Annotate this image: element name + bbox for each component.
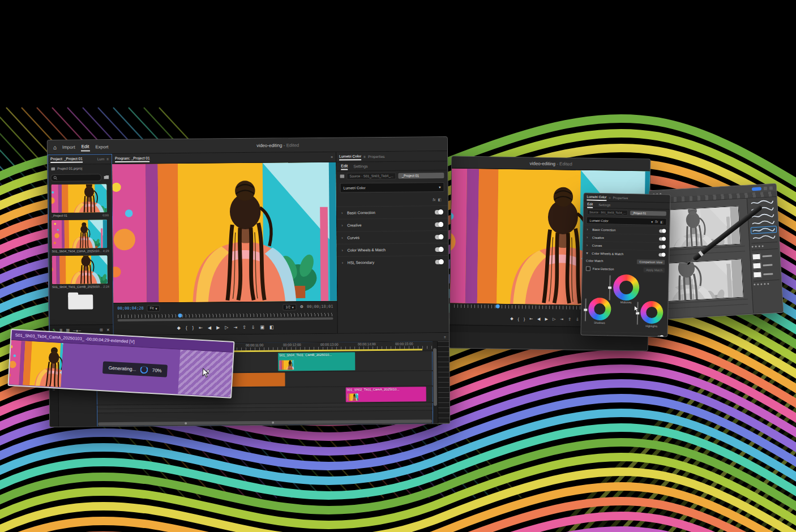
- storyboard-frame-2[interactable]: [658, 259, 744, 302]
- apply-match-button[interactable]: Apply Match: [643, 267, 665, 273]
- section-creative[interactable]: › Creative: [337, 218, 448, 231]
- go-to-out-icon[interactable]: ⇥: [233, 325, 237, 330]
- bin-item[interactable]: S01_Sh04_Tk04_CamA_2025010...4;29: [52, 220, 109, 253]
- tab-edit[interactable]: Edit: [341, 162, 348, 170]
- delete-icon[interactable]: ✕: [106, 328, 110, 332]
- tab-project[interactable]: Project: _Project 01: [50, 156, 83, 163]
- mark-in-icon[interactable]: {: [518, 317, 519, 321]
- timeline-vertical-scrollbar[interactable]: [433, 341, 438, 424]
- bin-item[interactable]: S01_Sh04_Tk01_CamB_2025010...2;24: [52, 255, 110, 289]
- export-frame-icon[interactable]: ▣: [260, 324, 264, 329]
- curves-toggle[interactable]: [435, 234, 443, 239]
- source-clip-chip[interactable]: Source · S01_Sh03_Tk04_...: [346, 173, 396, 180]
- creative-toggle[interactable]: [435, 222, 443, 226]
- fx-icon[interactable]: fx: [655, 220, 658, 224]
- project-file-name[interactable]: Project 01.prproj: [57, 167, 82, 170]
- target-sequence-chip[interactable]: _Project 01: [630, 211, 666, 216]
- section-color-wheels[interactable]: › Color Wheels & Match: [337, 243, 448, 256]
- layer-row[interactable]: [753, 269, 780, 279]
- layer-row[interactable]: [752, 260, 779, 270]
- source-clip-chip[interactable]: Source · S01_Sh03_Tk04_...: [587, 209, 628, 216]
- menu-import[interactable]: Import: [62, 143, 76, 151]
- tab-settings[interactable]: Settings: [353, 164, 367, 168]
- playhead-handle[interactable]: [178, 314, 182, 318]
- fx-icon[interactable]: fx: [433, 198, 436, 201]
- brush-preset-selected[interactable]: [751, 226, 777, 234]
- mark-in-icon[interactable]: {: [186, 325, 187, 330]
- target-sequence-chip[interactable]: _Project 01: [399, 173, 444, 179]
- bin-folder[interactable]: [68, 291, 94, 310]
- tab-overflow[interactable]: Lum: [97, 157, 105, 161]
- lumetri-preset-dropdown[interactable]: Lumetri Color▾: [340, 182, 444, 193]
- primary-action-button[interactable]: [752, 187, 761, 191]
- tab-program[interactable]: Program: _Project 01: [115, 155, 150, 163]
- play-icon[interactable]: ▶: [216, 325, 220, 330]
- new-bin-icon[interactable]: [104, 175, 109, 179]
- face-detection-checkbox[interactable]: [586, 267, 590, 271]
- bin-item[interactable]: _Project 010;00: [51, 184, 109, 217]
- section-hsl-secondary[interactable]: › HSL Secondary: [337, 255, 448, 269]
- compare-icon[interactable]: ◧: [438, 198, 442, 202]
- midtones-slider[interactable]: [609, 275, 611, 300]
- tab-lumetri-color[interactable]: Lumetri Color: [587, 194, 606, 201]
- menu-edit[interactable]: Edit: [81, 143, 90, 151]
- tab-settings[interactable]: Settings: [598, 203, 610, 206]
- basic-correction-toggle[interactable]: [659, 229, 666, 233]
- zoom-level-dropdown[interactable]: Fit▾: [147, 305, 160, 311]
- tab-edit[interactable]: Edit: [587, 201, 593, 208]
- step-forward-icon[interactable]: ▷: [225, 325, 228, 330]
- go-to-in-icon[interactable]: ⇤: [199, 325, 203, 330]
- step-forward-icon[interactable]: ▷: [553, 317, 556, 321]
- step-back-icon[interactable]: ◀: [208, 325, 211, 330]
- mark-out-icon[interactable]: }: [192, 325, 194, 330]
- lift-icon[interactable]: ⇧: [242, 325, 246, 330]
- timeline-clip-teal[interactable]: S01_Sh04_Tk01_CamB_2025010...: [278, 352, 356, 371]
- settings-icon[interactable]: ⚙: [300, 304, 303, 309]
- section-curves[interactable]: › Curves: [337, 230, 448, 244]
- zoom-slider[interactable]: ─●─: [73, 328, 81, 332]
- comparison-view-button[interactable]: Comparison View: [636, 259, 665, 265]
- timeline-clip-magenta[interactable]: S01_Sh02_Tk01_CamA_2025010...: [345, 387, 426, 402]
- layer-row[interactable]: [752, 251, 778, 261]
- lift-icon[interactable]: ⇧: [568, 317, 571, 321]
- color-wheels-toggle[interactable]: [435, 247, 443, 251]
- search-input[interactable]: [50, 174, 101, 182]
- add-marker-icon[interactable]: ◆: [510, 316, 513, 321]
- hsl-secondary-toggle[interactable]: [657, 336, 664, 337]
- layer-action-icons[interactable]: [754, 282, 780, 286]
- creative-toggle[interactable]: [659, 237, 666, 241]
- basic-correction-toggle[interactable]: [435, 209, 443, 214]
- panel-icons[interactable]: [752, 244, 778, 248]
- add-marker-icon[interactable]: ◆: [177, 325, 181, 331]
- color-wheels-toggle[interactable]: [658, 253, 665, 256]
- midtones-wheel[interactable]: [613, 274, 640, 301]
- lumetri-preset-dropdown[interactable]: Lumetri Color▾ fx ◧: [587, 217, 667, 226]
- compare-icon[interactable]: ◧: [660, 220, 663, 224]
- panel-menu-icon[interactable]: ≡: [331, 155, 333, 159]
- tab-properties[interactable]: Properties: [613, 196, 628, 200]
- section-basic-correction[interactable]: › Basic Correction: [337, 205, 448, 219]
- panel-menu-icon[interactable]: ≡: [363, 155, 366, 158]
- tab-lumetri-color[interactable]: Lumetri Color: [339, 153, 361, 160]
- panel-menu-icon[interactable]: ≡: [106, 157, 109, 161]
- menu-export[interactable]: Export: [95, 143, 109, 151]
- extract-icon[interactable]: ⇩: [576, 318, 579, 322]
- play-icon[interactable]: ▶: [545, 317, 548, 321]
- step-back-icon[interactable]: ◀: [537, 317, 541, 321]
- go-to-in-icon[interactable]: ⇤: [529, 317, 533, 321]
- comparison-view-icon[interactable]: ◧: [269, 324, 274, 329]
- playback-resolution-dropdown[interactable]: 1/2▾: [283, 304, 296, 310]
- shadows-slider[interactable]: [585, 299, 587, 321]
- new-bin-icon[interactable]: ⊞: [100, 328, 103, 332]
- home-icon[interactable]: ⌂: [53, 144, 57, 150]
- brush-preset[interactable]: [751, 234, 777, 241]
- panel-toggle-icon[interactable]: [764, 186, 767, 190]
- extract-icon[interactable]: ⇩: [251, 324, 255, 329]
- playhead-timecode[interactable]: 00;00;04;28: [117, 306, 143, 311]
- brush-preset[interactable]: [750, 219, 776, 226]
- highlights-wheel[interactable]: [640, 301, 664, 324]
- panel-toggle-icon[interactable]: [769, 186, 773, 190]
- tab-properties[interactable]: Properties: [368, 155, 385, 158]
- panel-menu-icon[interactable]: ≡: [444, 334, 446, 338]
- curves-toggle[interactable]: [659, 245, 666, 248]
